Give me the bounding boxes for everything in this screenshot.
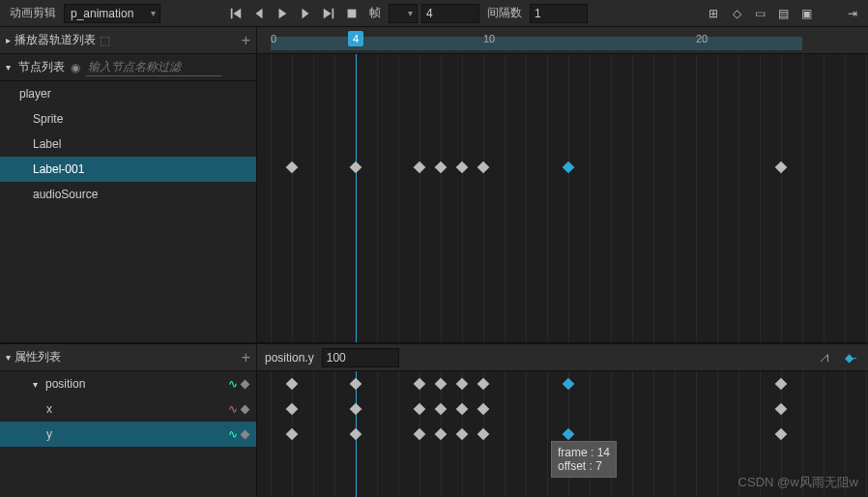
prev-frame-button[interactable]: [249, 4, 269, 23]
stop-button[interactable]: [342, 4, 362, 23]
keyframe[interactable]: [350, 428, 362, 441]
node-list-header: ▾ 节点列表 ◉: [0, 54, 256, 81]
grid-icon[interactable]: ⊞: [704, 4, 723, 23]
ruler-tick: 10: [483, 33, 495, 44]
keyframe[interactable]: [286, 378, 299, 391]
first-frame-button[interactable]: [226, 4, 246, 23]
interval-input[interactable]: [530, 4, 588, 23]
keyframe[interactable]: [456, 403, 469, 416]
keyframe[interactable]: [350, 378, 362, 391]
timeline-ruler[interactable]: 010204: [257, 27, 868, 54]
node-filter-input[interactable]: [86, 58, 221, 76]
playhead-handle[interactable]: 4: [348, 31, 363, 46]
keyframe-tooltip: frame : 14offset : 7: [551, 441, 617, 478]
keyframe[interactable]: [435, 403, 448, 416]
top-toolbar: 动画剪辑 p_animation 帧 间隔数 ⊞ ◇ ▭ ▤ ▣ ⇥: [0, 0, 868, 27]
property-row-position[interactable]: ▾ position ∿: [0, 371, 256, 396]
list-icon[interactable]: ▤: [773, 4, 793, 23]
property-row-y[interactable]: y ∿: [0, 422, 256, 447]
curve-icon[interactable]: ∿: [228, 402, 238, 416]
node-item[interactable]: Label: [0, 132, 256, 157]
node-list: playerSpriteLabelLabel-001audioSource: [0, 81, 256, 342]
keyframe[interactable]: [477, 428, 490, 441]
interval-label: 间隔数: [483, 5, 526, 21]
add-key-icon[interactable]: ◇: [727, 4, 746, 23]
keyframe[interactable]: [775, 403, 788, 416]
eye-icon[interactable]: ◉: [71, 61, 80, 74]
keyframe[interactable]: [286, 161, 299, 174]
keyframe[interactable]: [435, 378, 448, 391]
property-path-label: position.y: [265, 351, 314, 365]
node-item[interactable]: Label-001: [0, 157, 256, 182]
doc-icon[interactable]: ▭: [750, 4, 769, 23]
save-icon[interactable]: ▣: [796, 4, 816, 23]
svg-rect-0: [348, 9, 357, 17]
keyframe[interactable]: [414, 378, 426, 391]
track-area[interactable]: [257, 54, 868, 342]
chevron-right-icon: ▸: [6, 35, 11, 45]
curve-view-button[interactable]: ⩘: [814, 348, 833, 367]
keyframe[interactable]: [414, 428, 426, 441]
keyframe[interactable]: [435, 428, 448, 441]
keyframe[interactable]: [286, 428, 299, 441]
property-row-x[interactable]: x ∿: [0, 396, 256, 422]
curve-icon[interactable]: ∿: [228, 377, 238, 391]
ruler-tick: 20: [696, 33, 708, 44]
clip-label: 动画剪辑: [6, 5, 60, 21]
keyframe[interactable]: [477, 161, 490, 174]
key-icon[interactable]: [241, 404, 250, 414]
play-button[interactable]: [273, 4, 292, 23]
node-item[interactable]: audioSource: [0, 182, 256, 207]
next-frame-button[interactable]: [296, 4, 315, 23]
property-list-header[interactable]: ▾ 属性列表 +: [0, 344, 256, 371]
ruler-tick: 0: [271, 33, 276, 44]
add-property-button[interactable]: +: [242, 349, 250, 366]
keyframe[interactable]: [414, 161, 426, 174]
keyframe[interactable]: [775, 161, 788, 174]
property-toolbar: position.y ⩘ ◆-: [257, 344, 868, 371]
keyframe[interactable]: [456, 161, 469, 174]
keyframe[interactable]: [350, 161, 362, 174]
keyframe[interactable]: [456, 378, 469, 391]
keyframe[interactable]: [286, 403, 299, 416]
keyframe[interactable]: [435, 161, 448, 174]
export-icon[interactable]: ⇥: [843, 4, 862, 23]
key-icon[interactable]: [241, 379, 250, 389]
keyframe[interactable]: [563, 378, 575, 391]
watermark: CSDN @w风雨无阻w: [738, 474, 858, 491]
frame-mode-select[interactable]: [389, 4, 418, 23]
clip-select[interactable]: p_animation: [64, 4, 160, 23]
property-value-input[interactable]: [322, 348, 399, 367]
keyframe[interactable]: [477, 403, 490, 416]
frame-input[interactable]: [421, 4, 479, 23]
keyframe[interactable]: [477, 378, 490, 391]
dope-view-button[interactable]: ◆-: [841, 348, 860, 367]
keyframe[interactable]: [563, 161, 575, 174]
tooltip-line: frame : 14: [558, 446, 610, 459]
key-icon[interactable]: [241, 429, 250, 439]
lock-icon: ⬚: [100, 34, 110, 47]
keyframe[interactable]: [563, 428, 575, 441]
keyframe[interactable]: [456, 428, 469, 441]
frame-label: 帧: [365, 5, 385, 21]
keyframe[interactable]: [414, 403, 426, 416]
keyframe[interactable]: [775, 428, 788, 441]
node-item[interactable]: Sprite: [0, 106, 256, 132]
tooltip-line: offset : 7: [558, 459, 610, 473]
keyframe[interactable]: [775, 378, 788, 391]
player-tracks-header[interactable]: ▸ 播放器轨道列表 ⬚ +: [0, 27, 256, 54]
curve-icon[interactable]: ∿: [228, 427, 238, 441]
chevron-down-icon[interactable]: ▾: [6, 62, 11, 73]
keyframe[interactable]: [350, 403, 362, 416]
chevron-down-icon: ▾: [33, 379, 38, 390]
last-frame-button[interactable]: [319, 4, 338, 23]
node-item[interactable]: player: [0, 81, 256, 106]
add-track-button[interactable]: +: [242, 32, 250, 49]
chevron-down-icon: ▾: [6, 352, 11, 363]
